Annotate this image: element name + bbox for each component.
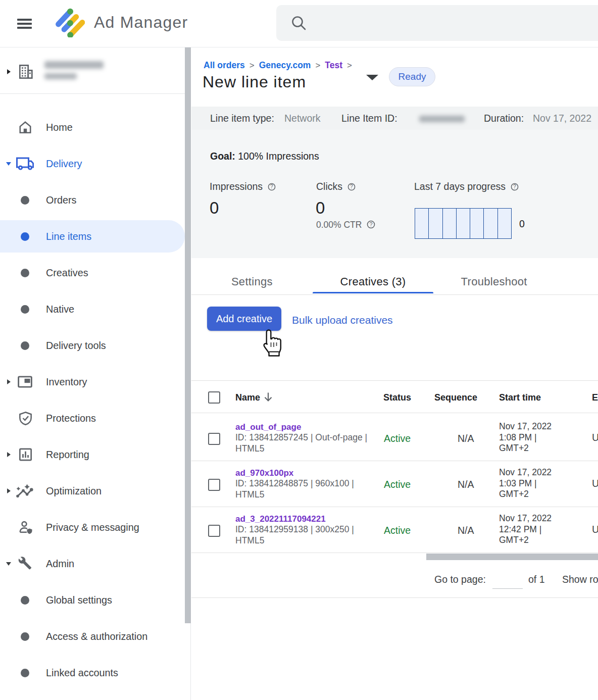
svg-text:?: ? bbox=[370, 221, 373, 227]
svg-text:?: ? bbox=[350, 184, 353, 189]
svg-text:?: ? bbox=[270, 184, 273, 189]
svg-text:?: ? bbox=[513, 184, 516, 189]
